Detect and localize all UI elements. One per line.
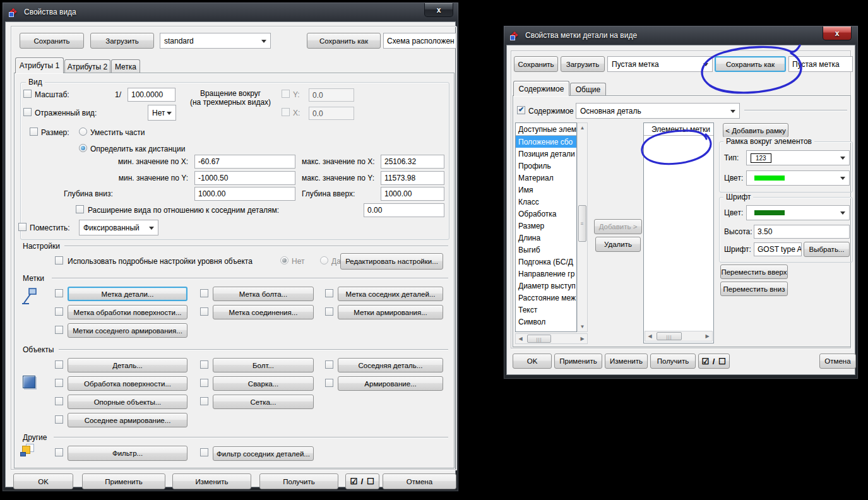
extension-checkbox[interactable] [76,205,84,213]
min-x-input[interactable]: -60.67 [194,155,295,169]
scroll-left-icon[interactable]: ◀ [645,331,655,341]
rotation-x-input[interactable]: 0.0 [309,107,354,120]
get-button[interactable]: Получить [650,354,696,369]
font-color-combo[interactable] [746,205,850,220]
neighbor-part-mark-button[interactable]: Метка соседних деталей... [338,287,443,301]
hscroll-thumb[interactable]: ||| [527,335,551,343]
fit-parts-radio[interactable] [79,128,87,136]
save-as-name-input[interactable]: Схема расположен [383,33,456,49]
rebar-button[interactable]: Армирование... [338,376,443,391]
remove-element-button[interactable]: Удалить [595,237,641,252]
ok-button[interactable]: OK [513,354,552,369]
scroll-left-icon[interactable]: ◀ [516,334,525,343]
list-item[interactable]: Диаметр выступ [516,280,576,292]
list-item[interactable]: Положение сбо [516,136,576,148]
frame-type-combo[interactable]: 123 [746,150,850,165]
list-item[interactable]: Размер [516,220,576,232]
list-item[interactable]: Выгиб [516,244,576,256]
font-height-input[interactable]: 3.50 [754,225,850,239]
tab-attributes-1[interactable]: Атрибуты 1 [15,57,64,73]
connection-mark-checkbox[interactable] [200,307,208,316]
neighbor-filter-button[interactable]: Фильтр соседних деталей... [213,446,314,461]
available-elements-hscrollbar[interactable]: ◀ ||| ▶ [515,333,588,344]
mark-elements-header[interactable]: Элементы метки [644,123,713,136]
weld-checkbox[interactable] [200,379,208,387]
modify-button[interactable]: Изменить [605,354,648,369]
filter-button[interactable]: Фильтр... [68,446,187,461]
load-button[interactable]: Загрузить [561,56,605,72]
list-item[interactable]: Расстояние меж [516,292,576,304]
cancel-button[interactable]: Отмена [819,354,856,369]
select-font-button[interactable]: Выбрать... [804,242,850,257]
tab-mark[interactable]: Метка [111,59,140,73]
neighbor-rebar-mark-button[interactable]: Метки соседнего армирования... [68,323,187,338]
edit-settings-button[interactable]: Редактировать настройки... [340,253,443,270]
max-y-input[interactable]: 11573.98 [381,171,444,185]
list-item[interactable]: Класс [516,196,576,208]
part-combo[interactable]: Основная деталь [576,103,740,119]
ok-button[interactable]: OK [13,473,73,489]
neighbor-part-mark-checkbox[interactable] [325,289,333,297]
part-button[interactable]: Деталь... [68,358,187,372]
list-item[interactable]: Направление гр [516,268,576,280]
apply-button[interactable]: Применить [554,354,602,369]
neighbor-rebar-mark-checkbox[interactable] [55,326,63,334]
detailed-settings-checkbox[interactable] [55,256,63,265]
neighbor-rebar-button[interactable]: Соседнее армирование... [68,413,187,427]
part-mark-checkbox[interactable] [55,289,63,297]
rotation-y-input[interactable]: 0.0 [309,88,354,102]
profile-combo[interactable]: standard [160,33,271,49]
list-item[interactable]: Позиция детали [516,148,576,160]
apply-button[interactable]: Применить [82,473,165,489]
neighbor-filter-checkbox[interactable] [200,448,208,456]
weld-button[interactable]: Сварка... [213,376,314,391]
scroll-right-icon[interactable]: ▶ [703,331,712,341]
frame-color-combo[interactable] [746,170,850,186]
tab-attributes-2[interactable]: Атрибуты 2 [64,59,110,73]
cancel-button[interactable]: Отмена [383,473,456,489]
save-button[interactable]: Сохранить [20,33,84,49]
surface-button[interactable]: Обработка поверхности... [68,376,187,391]
bolt-checkbox[interactable] [200,360,208,369]
view-properties-titlebar[interactable]: ❖ Свойства вида [3,3,458,21]
content-checkbox[interactable] [517,106,525,114]
save-as-name-input[interactable]: Пустая метка [788,56,853,72]
scroll-right-icon[interactable]: ▶ [578,334,587,343]
mirror-checkbox[interactable] [23,108,32,116]
min-y-input[interactable]: -1000.50 [194,171,295,185]
surface-checkbox[interactable] [55,379,63,387]
define-distances-radio[interactable] [79,144,87,152]
list-item[interactable]: Длина [516,232,576,244]
reference-objects-checkbox[interactable] [55,397,63,405]
scroll-down-icon[interactable]: ▼ [578,322,587,331]
hscroll-thumb[interactable]: ||| [657,332,682,340]
modify-button[interactable]: Изменить [172,473,251,489]
add-element-button[interactable]: Добавить > [594,219,642,234]
rotation-x-checkbox[interactable] [282,108,290,116]
surface-mark-button[interactable]: Метка обработки поверхности... [68,305,187,319]
rebar-mark-button[interactable]: Метки армирования... [338,305,443,319]
available-elements-list[interactable]: Доступные элем Положение сбо Позиция дет… [515,122,577,332]
rebar-checkbox[interactable] [325,379,333,387]
mirror-combo[interactable]: Нет [148,105,176,121]
neighbor-part-checkbox[interactable] [325,360,333,369]
place-combo[interactable]: Фиксированный [79,220,158,235]
reference-objects-button[interactable]: Опорные объекты... [68,395,187,409]
toggle-all-checkboxes-button[interactable]: ☑ / ☐ [345,473,379,489]
scale-checkbox[interactable] [23,90,32,98]
rebar-mark-checkbox[interactable] [325,307,333,316]
connection-mark-button[interactable]: Метка соединения... [213,305,314,319]
tab-content[interactable]: Содержимое [513,81,569,96]
available-elements-vscrollbar[interactable]: ▲ ≡ ▼ [577,122,588,332]
max-x-input[interactable]: 25106.32 [381,155,444,169]
load-button[interactable]: Загрузить [90,33,154,49]
bolt-mark-button[interactable]: Метка болта... [213,287,314,301]
extension-input[interactable]: 0.00 [364,203,444,217]
grid-button[interactable]: Сетка... [213,395,314,409]
scroll-up-icon[interactable]: ▲ [578,123,587,133]
tab-general[interactable]: Общие [570,83,606,96]
close-icon[interactable]: x [823,27,852,40]
font-name-input[interactable]: GOST type A [754,242,802,256]
add-frame-button[interactable]: < Добавить рамку [723,123,788,138]
move-up-button[interactable]: Переместить вверх [720,265,788,279]
